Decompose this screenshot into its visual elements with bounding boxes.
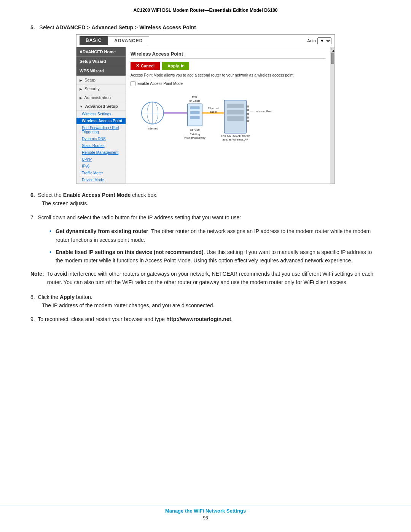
step-5-container: 5. Select ADVANCED > Advanced Setup > Wi… <box>30 24 381 184</box>
step-5-period: . <box>196 24 198 30</box>
sidebar-traffic-meter[interactable]: Traffic Meter <box>76 170 126 177</box>
enable-ap-mode-label: Enable Access Point Mode <box>137 81 183 86</box>
router-main-title: Wireless Access Point <box>131 51 325 59</box>
step-6-rest: check box. <box>131 192 158 198</box>
step-8-text: Click the <box>38 294 60 300</box>
bullet-1-bold: Get dynamically from existing router <box>56 228 148 234</box>
router-tabs: BASIC ADVANCED <box>80 36 149 45</box>
svg-rect-17 <box>227 110 244 115</box>
apply-button[interactable]: Apply ▶ <box>162 62 189 70</box>
router-topbar: BASIC ADVANCED Auto ▼ <box>76 35 335 47</box>
svg-rect-20 <box>246 109 249 111</box>
page-footer: Manage the WiFi Network Settings 96 <box>0 505 411 521</box>
step-5-number: 5. <box>30 24 35 30</box>
tab-basic[interactable]: BASIC <box>80 36 108 45</box>
svg-text:or Cable: or Cable <box>189 99 200 102</box>
step-9-bold: http://wwwrouterlogin.net <box>166 316 231 322</box>
svg-text:DSL: DSL <box>192 96 198 99</box>
bullet-2-bold: Enable fixed IP settings on this device … <box>56 249 204 255</box>
svg-text:cable: cable <box>210 110 217 113</box>
diagram-svg: Internet DSL or Cable <box>131 90 325 151</box>
router-action-bar: ✕ Cancel Apply ▶ <box>131 62 325 70</box>
step-5-arrow2: > <box>133 24 139 30</box>
auto-select[interactable]: ▼ <box>317 37 331 44</box>
svg-rect-19 <box>246 105 249 107</box>
svg-text:This NETGEAR router: This NETGEAR router <box>221 134 250 137</box>
scrollbar-up-arrow[interactable]: ▲ <box>331 48 334 50</box>
svg-rect-16 <box>227 104 244 109</box>
note-text: To avoid interference with other routers… <box>47 270 381 287</box>
apply-label: Apply <box>167 64 179 68</box>
step-5-bold3: Wireless Access Point <box>139 24 196 30</box>
step-8-sub: The IP address of the modem router chang… <box>42 301 381 310</box>
router-main-content: Wireless Access Point ✕ Cancel Apply ▶ A… <box>126 47 330 184</box>
svg-rect-22 <box>246 117 249 118</box>
svg-line-25 <box>249 111 255 112</box>
step-5-label: 5. Select ADVANCED > Advanced Setup > Wi… <box>30 24 381 30</box>
sidebar-setup-wizard[interactable]: Setup Wizard <box>76 57 126 66</box>
footer-link: Manage the WiFi Network Settings <box>0 508 411 514</box>
svg-rect-23 <box>246 120 249 122</box>
sidebar-remote-management[interactable]: Remote Management <box>76 149 126 156</box>
tab-advanced[interactable]: ADVANCED <box>108 36 149 45</box>
router-scrollbar[interactable]: ▲ <box>330 47 335 184</box>
step-6-text: Select the <box>38 192 63 198</box>
svg-text:Internet Port: Internet Port <box>255 110 272 113</box>
sidebar-dynamic-dns[interactable]: Dynamic DNS <box>76 136 126 142</box>
sidebar-setup[interactable]: ▶ Setup <box>76 76 126 85</box>
scrollbar-thumb[interactable] <box>331 53 334 64</box>
svg-rect-18 <box>227 116 244 121</box>
svg-text:Ethernet: Ethernet <box>208 107 219 110</box>
step-7-container: 7. Scroll down and select the radio butt… <box>30 213 381 222</box>
arrow-icon: ▶ <box>181 63 184 68</box>
step-8-container: 8. Click the Apply button. The IP addres… <box>30 293 381 310</box>
router-ui-screenshot: BASIC ADVANCED Auto ▼ ADVANCED Home Setu… <box>76 34 335 184</box>
sidebar-advanced-home[interactable]: ADVANCED Home <box>76 47 126 57</box>
svg-text:acts as Wireless AP: acts as Wireless AP <box>222 138 248 141</box>
sidebar-ipv6[interactable]: IPv6 <box>76 163 126 170</box>
step-9-text: To reconnect, close and restart your bro… <box>38 316 166 322</box>
sidebar-wireless-access-point[interactable]: Wireless Access Point <box>76 118 126 125</box>
step-7-text: Scroll down and select the radio button … <box>38 214 241 220</box>
step-9-number: 9. <box>30 316 35 322</box>
step-6-bold: Enable Access Point Mode <box>63 192 131 198</box>
step-5-bold1: ADVANCED <box>56 24 85 30</box>
sidebar-device-mode[interactable]: Device Mode <box>76 177 126 184</box>
router-info-text: Access Point Mode allows you to add a se… <box>131 73 325 78</box>
enable-ap-mode-checkbox[interactable] <box>131 81 135 86</box>
router-auto-dropdown: Auto ▼ <box>307 37 331 44</box>
sidebar-port-forwarding[interactable]: Port Forwarding / PortTriggering <box>76 125 126 136</box>
bullet-item-1: Get dynamically from existing router. Th… <box>49 227 381 244</box>
page-header: AC1200 WiFi DSL Modem Router—Essentials … <box>30 8 381 13</box>
router-sidebar: ADVANCED Home Setup Wizard WPS Wizard ▶ … <box>76 47 126 184</box>
svg-text:Internet: Internet <box>148 127 158 130</box>
step-9-period: . <box>231 316 233 322</box>
sidebar-advanced-setup[interactable]: ▼ Advanced Setup <box>76 102 126 111</box>
router-diagram: Internet DSL or Cable <box>131 90 325 151</box>
svg-rect-9 <box>190 116 199 119</box>
sidebar-wps-wizard[interactable]: WPS Wizard <box>76 66 126 76</box>
step-8-bold: Apply <box>60 294 75 300</box>
sidebar-upnp[interactable]: UPnP <box>76 156 126 163</box>
step-6-container: 6. Select the Enable Access Point Mode c… <box>30 191 381 208</box>
sidebar-wireless-settings[interactable]: Wireless Settings <box>76 111 126 118</box>
svg-rect-8 <box>190 111 199 114</box>
step-8-rest: button. <box>75 294 92 300</box>
header-title: AC1200 WiFi DSL Modem Router—Essentials … <box>133 8 277 13</box>
bullet-list: Get dynamically from existing router. Th… <box>49 227 381 265</box>
sidebar-administration[interactable]: ▶ Administration <box>76 93 126 102</box>
cancel-button[interactable]: ✕ Cancel <box>131 62 160 70</box>
step-8-number: 8. <box>30 294 35 300</box>
svg-rect-21 <box>246 113 249 115</box>
x-icon: ✕ <box>136 63 139 68</box>
bullet-item-2: Enable fixed IP settings on this device … <box>49 248 381 265</box>
step-6-number: 6. <box>30 192 35 198</box>
cancel-label: Cancel <box>141 64 155 68</box>
footer-link-text[interactable]: Manage the WiFi Network Settings <box>165 508 246 514</box>
step-5-arrow1: > <box>85 24 91 30</box>
step-5-bold2: Advanced Setup <box>91 24 133 30</box>
sidebar-security[interactable]: ▶ Security <box>76 85 126 93</box>
sidebar-static-routes[interactable]: Static Routes <box>76 142 126 149</box>
svg-text:Router/Gateway: Router/Gateway <box>184 136 206 139</box>
router-body: ADVANCED Home Setup Wizard WPS Wizard ▶ … <box>76 47 335 184</box>
